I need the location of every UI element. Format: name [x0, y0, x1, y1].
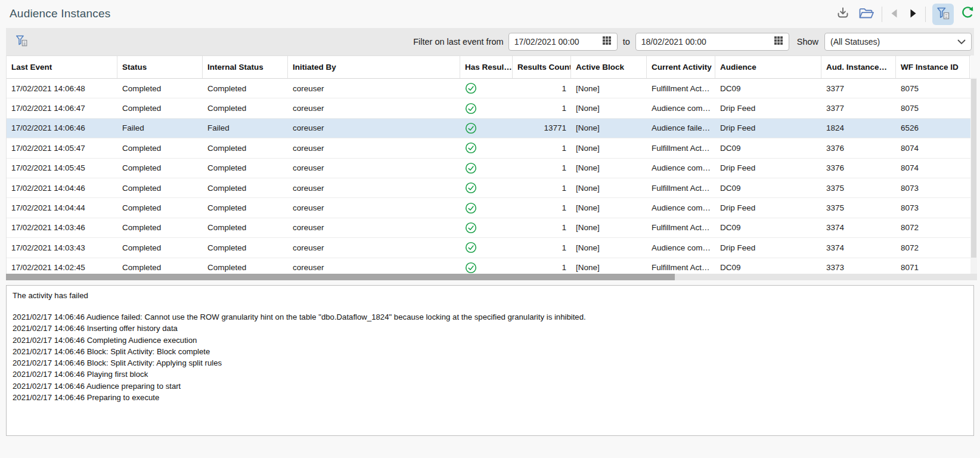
cell-active_block: [None] [571, 159, 647, 178]
check-circle-icon [465, 142, 477, 154]
cell-current_activity: Audience com… [647, 98, 715, 117]
horizontal-scrollbar-thumb[interactable] [6, 274, 675, 280]
refresh-button[interactable] [960, 5, 975, 24]
check-circle-icon [465, 122, 477, 134]
cell-current_activity: Fulfillment Act… [647, 178, 715, 197]
column-header-current_activity[interactable]: Current Activity [647, 56, 715, 78]
cell-status: Completed [117, 79, 203, 98]
vertical-scrollbar[interactable] [970, 78, 977, 274]
table-row[interactable]: 17/02/2021 14:03:43CompletedCompletedcor… [7, 238, 970, 258]
cell-wf_instance_id: 8072 [896, 238, 970, 257]
calendar-grid-icon[interactable] [602, 36, 612, 48]
cell-wf_instance_id: 8074 [896, 138, 970, 157]
filter-toggle-button[interactable] [932, 4, 954, 25]
date-from-value: 17/02/2021 00:00 [514, 37, 602, 47]
filter-from-label: Filter on last event from [413, 37, 504, 47]
check-circle-icon [465, 222, 477, 234]
cell-initiated_by: coreuser [288, 238, 460, 257]
column-header-has_results[interactable]: Has Resul… [460, 56, 513, 78]
column-header-last_event[interactable]: Last Event [7, 56, 117, 78]
cell-last_event: 17/02/2021 14:05:47 [7, 138, 117, 157]
check-circle-icon [465, 162, 477, 174]
cell-active_block: [None] [571, 258, 647, 275]
cell-results_count: 1 [513, 138, 571, 157]
cell-results_count: 1 [513, 159, 571, 178]
cell-has_results [460, 218, 513, 237]
cell-internal_status: Completed [203, 238, 288, 257]
status-filter-select[interactable]: (All Statuses) [824, 33, 972, 51]
cell-initiated_by: coreuser [288, 98, 460, 117]
cell-status: Completed [117, 258, 203, 275]
cell-audience: DC09 [715, 218, 821, 237]
check-circle-icon [465, 202, 477, 214]
cell-last_event: 17/02/2021 14:06:48 [7, 79, 117, 98]
table-row[interactable]: 17/02/2021 14:05:47CompletedCompletedcor… [7, 138, 970, 158]
grid-filter-button[interactable] [14, 32, 29, 51]
cell-has_results [460, 198, 513, 217]
cell-results_count: 1 [513, 258, 571, 275]
column-header-wf_instance_id[interactable]: WF Instance ID [896, 56, 970, 78]
cell-wf_instance_id: 6526 [896, 119, 970, 138]
table-row[interactable]: 17/02/2021 14:02:45CompletedCompletedcor… [7, 258, 970, 275]
cell-status: Completed [117, 138, 203, 157]
column-header-internal_status[interactable]: Internal Status [203, 56, 288, 78]
table-row[interactable]: 17/02/2021 14:04:46CompletedCompletedcor… [7, 178, 970, 198]
back-icon [889, 8, 900, 21]
column-header-audience[interactable]: Audience [715, 56, 821, 78]
cell-aud_instance_id: 1824 [821, 119, 896, 138]
refresh-icon [960, 5, 975, 23]
table-row[interactable]: 17/02/2021 14:06:47CompletedCompletedcor… [7, 98, 970, 118]
next-button[interactable] [907, 5, 919, 24]
titlebar: Audience Instances [0, 0, 980, 28]
table-row[interactable]: 17/02/2021 14:05:45CompletedCompletedcor… [7, 159, 970, 178]
cell-current_activity: Audience faile… [647, 119, 715, 138]
cell-has_results [460, 258, 513, 275]
column-header-status[interactable]: Status [117, 56, 203, 78]
cell-last_event: 17/02/2021 14:02:45 [7, 258, 117, 275]
cell-initiated_by: coreuser [288, 258, 460, 275]
cell-results_count: 1 [513, 218, 571, 237]
cell-aud_instance_id: 3374 [821, 238, 896, 257]
table-row[interactable]: 17/02/2021 14:03:46CompletedCompletedcor… [7, 218, 970, 238]
cell-initiated_by: coreuser [288, 119, 460, 138]
vertical-scrollbar-thumb[interactable] [971, 79, 976, 258]
cell-audience: Drip Feed [715, 198, 821, 217]
cell-internal_status: Completed [203, 138, 288, 157]
column-header-active_block[interactable]: Active Block [571, 56, 647, 78]
table-row[interactable]: 17/02/2021 14:06:48CompletedCompletedcor… [7, 79, 970, 98]
cell-initiated_by: coreuser [288, 198, 460, 217]
filter-controls: Filter on last event from 17/02/2021 00:… [413, 33, 972, 51]
calendar-grid-icon[interactable] [774, 36, 783, 48]
column-header-initiated_by[interactable]: Initiated By [288, 56, 460, 78]
cell-current_activity: Audience com… [647, 238, 715, 257]
column-header-aud_instance_id[interactable]: Aud. Instance… [821, 56, 896, 78]
previous-button[interactable] [889, 5, 900, 24]
table-row[interactable]: 17/02/2021 14:06:46FailedFailedcoreuser1… [7, 119, 970, 138]
filter-icon [14, 33, 29, 50]
cell-audience: Drip Feed [715, 98, 821, 117]
cell-has_results [460, 138, 513, 157]
cell-internal_status: Completed [203, 178, 288, 197]
cell-wf_instance_id: 8072 [896, 218, 970, 237]
status-log-panel: The activity has failed 2021/02/17 14:06… [6, 285, 974, 436]
cell-results_count: 1 [513, 98, 571, 117]
date-to-input[interactable]: 18/02/2021 00:00 [635, 33, 789, 51]
cell-internal_status: Completed [203, 258, 288, 275]
cell-results_count: 1 [513, 79, 571, 98]
download-button[interactable] [835, 5, 851, 24]
open-folder-icon [858, 6, 875, 23]
cell-current_activity: Fulfillment Act… [647, 79, 715, 98]
log-lines: 2021/02/17 14:06:46 Audience failed: Can… [13, 311, 967, 403]
open-button[interactable] [858, 5, 875, 24]
cell-results_count: 1 [513, 238, 571, 257]
cell-current_activity: Fulfillment Act… [647, 258, 715, 275]
cell-aud_instance_id: 3377 [821, 79, 896, 98]
cell-last_event: 17/02/2021 14:04:44 [7, 198, 117, 217]
date-to-value: 18/02/2021 00:00 [641, 37, 774, 47]
horizontal-scrollbar[interactable] [6, 274, 977, 280]
cell-last_event: 17/02/2021 14:04:46 [7, 178, 117, 197]
cell-status: Completed [117, 198, 203, 217]
column-header-results_count[interactable]: Results Count [513, 56, 571, 78]
table-row[interactable]: 17/02/2021 14:04:44CompletedCompletedcor… [7, 198, 970, 218]
date-from-input[interactable]: 17/02/2021 00:00 [508, 33, 618, 51]
